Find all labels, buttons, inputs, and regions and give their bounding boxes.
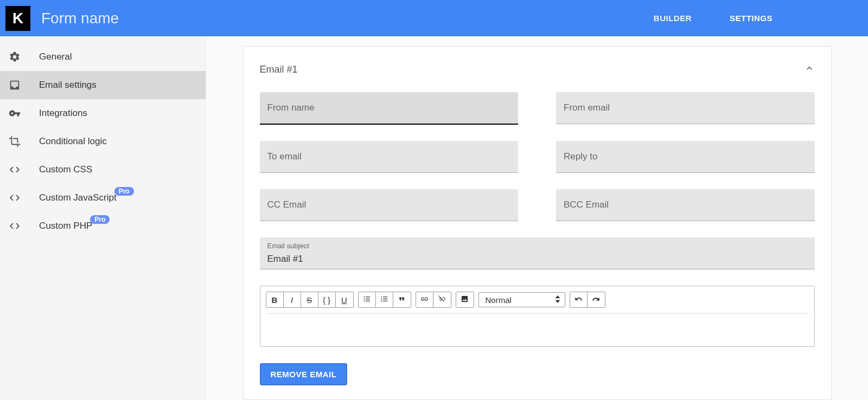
quote-icon bbox=[398, 295, 406, 305]
app-logo: K bbox=[5, 6, 30, 31]
email-subject-input[interactable] bbox=[267, 254, 807, 264]
sidebar-item-custom-css[interactable]: Custom CSS bbox=[0, 156, 206, 184]
link-button[interactable] bbox=[416, 292, 433, 307]
sidebar-item-email-settings[interactable]: Email settings bbox=[0, 71, 206, 99]
link-icon bbox=[420, 295, 429, 305]
email-panel: Email #1 From name From email bbox=[243, 46, 832, 400]
sidebar-item-integrations[interactable]: Integrations bbox=[0, 99, 206, 127]
from-email-field[interactable]: From email bbox=[556, 92, 815, 125]
field-label: BCC Email bbox=[564, 199, 609, 210]
bullet-list-button[interactable] bbox=[359, 292, 376, 307]
save-button[interactable] bbox=[810, 12, 824, 25]
sidebar-item-custom-php[interactable]: Custom PHP Pro bbox=[0, 212, 206, 240]
reply-to-field[interactable]: Reply to bbox=[556, 141, 815, 173]
undo-button[interactable] bbox=[570, 292, 588, 307]
sidebar-item-label: Custom JavaScript bbox=[39, 192, 117, 203]
code-icon bbox=[8, 220, 22, 232]
sidebar-item-custom-js[interactable]: Custom JavaScript Pro bbox=[0, 184, 206, 212]
format-select-label: Normal bbox=[486, 295, 512, 305]
bullet-list-icon bbox=[363, 295, 371, 305]
settings-sidebar: General Email settings Integrations Cond… bbox=[0, 36, 206, 400]
sidebar-item-label: Custom CSS bbox=[39, 164, 92, 175]
sidebar-item-conditional-logic[interactable]: Conditional logic bbox=[0, 127, 206, 156]
form-name-input[interactable] bbox=[41, 10, 654, 27]
bold-button[interactable]: B bbox=[266, 292, 284, 307]
code-button[interactable]: { } bbox=[318, 292, 336, 307]
pro-badge: Pro bbox=[114, 187, 134, 196]
tab-settings[interactable]: SETTINGS bbox=[730, 14, 773, 23]
redo-button[interactable] bbox=[588, 292, 605, 307]
sidebar-item-label: Email settings bbox=[39, 80, 97, 91]
field-label: From name bbox=[267, 102, 315, 113]
editor-body[interactable] bbox=[266, 314, 809, 341]
key-icon bbox=[8, 107, 22, 119]
undo-icon bbox=[575, 295, 583, 305]
cc-email-field[interactable]: CC Email bbox=[260, 189, 519, 221]
code-icon bbox=[8, 164, 22, 176]
email-subject-field[interactable]: Email subject bbox=[260, 237, 815, 269]
select-arrows-icon bbox=[555, 295, 560, 305]
pro-badge: Pro bbox=[90, 215, 110, 224]
panel-header[interactable]: Email #1 bbox=[260, 63, 815, 76]
to-email-field[interactable]: To email bbox=[260, 141, 519, 173]
sidebar-item-general[interactable]: General bbox=[0, 43, 206, 71]
ordered-list-button[interactable] bbox=[376, 292, 393, 307]
format-select[interactable]: Normal bbox=[478, 292, 565, 307]
crop-icon bbox=[8, 136, 22, 147]
code-icon bbox=[8, 192, 22, 204]
image-icon bbox=[461, 295, 469, 305]
tab-builder[interactable]: BUILDER bbox=[654, 14, 692, 23]
unlink-icon bbox=[438, 295, 446, 305]
rich-text-editor: B I S { } U bbox=[260, 286, 815, 347]
gear-icon bbox=[8, 51, 22, 63]
blockquote-button[interactable] bbox=[393, 292, 411, 307]
field-label: From email bbox=[564, 102, 610, 113]
editor-toolbar: B I S { } U bbox=[266, 292, 809, 314]
redo-icon bbox=[592, 295, 600, 305]
field-label: Email subject bbox=[267, 242, 309, 250]
image-button[interactable] bbox=[456, 292, 474, 307]
strikethrough-button[interactable]: S bbox=[301, 292, 318, 307]
ordered-list-icon bbox=[380, 295, 388, 305]
main-content: Email #1 From name From email bbox=[206, 36, 868, 400]
from-name-field[interactable]: From name bbox=[260, 92, 519, 125]
sidebar-item-label: General bbox=[39, 51, 72, 62]
remove-email-button[interactable]: REMOVE EMAIL bbox=[260, 363, 348, 385]
sidebar-item-label: Conditional logic bbox=[39, 136, 107, 147]
close-button[interactable] bbox=[842, 12, 855, 25]
topbar-actions bbox=[810, 12, 855, 25]
sidebar-item-label: Integrations bbox=[39, 108, 87, 119]
field-label: CC Email bbox=[267, 199, 307, 210]
field-label: To email bbox=[267, 151, 302, 162]
chevron-up-icon bbox=[804, 63, 815, 76]
inbox-icon bbox=[8, 79, 22, 91]
top-bar: K BUILDER SETTINGS bbox=[0, 0, 868, 36]
top-nav-tabs: BUILDER SETTINGS bbox=[654, 14, 773, 23]
italic-button[interactable]: I bbox=[284, 292, 301, 307]
field-label: Reply to bbox=[564, 151, 597, 162]
sidebar-item-label: Custom PHP bbox=[39, 221, 92, 231]
panel-title: Email #1 bbox=[260, 64, 298, 75]
unlink-button[interactable] bbox=[433, 292, 451, 307]
bcc-email-field[interactable]: BCC Email bbox=[556, 189, 815, 221]
underline-button[interactable]: U bbox=[336, 292, 353, 307]
